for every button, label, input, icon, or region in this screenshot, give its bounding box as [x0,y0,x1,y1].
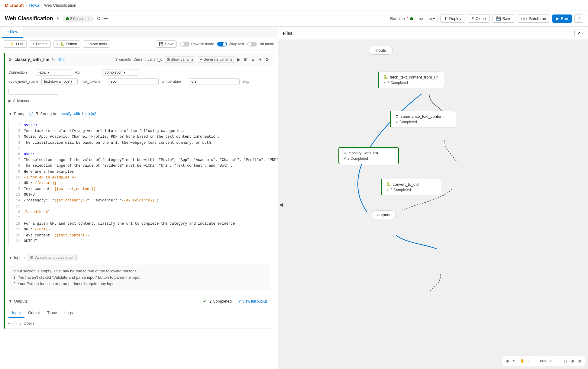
classify-check-icon: ✔ [343,156,346,161]
canvas-hand-button[interactable]: ✋ [519,358,526,364]
prompt-header: ▼ Prompt i Referring to: classify_with_l… [8,110,270,117]
classify-status: ✔ 2 Completed [343,156,394,161]
canvas-more-button[interactable]: ⊞ [577,358,582,364]
tab-trace[interactable]: Trace [44,308,61,318]
flows-link[interactable]: Flows [29,3,39,8]
flow-node-inputs[interactable]: inputs [369,46,393,55]
canvas-layout-button[interactable]: ⊟ [563,358,568,364]
node-expand-icon[interactable]: ⚙ [8,57,12,62]
tab-bar: * Flow [0,27,278,38]
move-up-button[interactable]: ▲ [250,56,256,63]
collapse-left-icon[interactable]: ◀ [279,202,283,207]
prompt-expand-button[interactable]: ▼ Prompt [8,110,27,117]
left-panel: * Flow + ⚡ LLM + Prompt + 🐍 Python + Mor… [0,27,278,369]
outputs-section-header: ▼ Outputs ✔ 2 Completed ⤢ View full outp… [5,294,274,308]
output-content: ► {} 0 items [5,318,274,329]
temperature-input[interactable] [189,78,240,85]
canvas-zoom-in-button[interactable]: + [553,358,557,364]
tab-input[interactable]: Input [8,308,24,318]
canvas-fit-button[interactable]: ⊞ [505,358,510,364]
convert-check-icon: ✔ [386,188,389,192]
wrap-text-toggle[interactable] [217,42,227,47]
microsoft-logo: Microsoft [5,3,24,8]
node-tag: llm [57,57,65,62]
add-python-button[interactable]: + 🐍 Python [53,40,80,48]
edit-icon[interactable]: ✎ [56,16,60,21]
add-llm-button[interactable]: + ⚡ LLM [4,40,27,48]
flow-node-summarize[interactable]: ⚙ summarize_text_content ✔ Completed [390,111,456,127]
advanced-expand-button[interactable]: ▶ Advanced [8,97,31,104]
canvas-content[interactable]: inputs 🐍 fetch_text_content_from_url ✔ 2… [278,40,588,369]
raw-file-toggle[interactable] [180,42,189,47]
menu-icon[interactable]: ☰ [104,16,108,21]
outputs-check-icon: ✔ [203,299,206,303]
delete-node-button[interactable]: 🗑 [243,56,249,63]
outputs-status-text: 2 Completed [209,299,232,303]
canvas-zoom-out-button[interactable]: − [531,358,536,364]
runtime-dropdown[interactable]: -runtime ▾ [415,15,438,22]
code-editor[interactable]: 1 system: 2 Your task is to classify a g… [8,120,270,247]
canvas-divider-2 [560,358,560,364]
clone-button[interactable]: ⎘ Clone [468,14,490,23]
max-tokens-input[interactable] [108,78,159,85]
flow-node-fetch-text[interactable]: 🐍 fetch_text_content_from_url ✔ 2 Comple… [378,72,444,88]
toolbar-save-button[interactable]: 💾 Save [156,40,176,48]
tab-flow[interactable]: * Flow [2,27,23,38]
outputs-header-inner: ▼ Outputs ✔ 2 Completed ⤢ View full outp… [8,297,270,305]
validate-input-button[interactable]: ⊞ Validate and parse input [27,254,77,261]
connection-label: Connection [8,70,33,75]
right-panel: Files ⤢ [278,27,588,369]
flow-node-outputs[interactable]: outputs [372,210,396,219]
runtime-selector: Runtime * -runtime ▾ [390,15,438,22]
batch-run-button[interactable]: ▷▷ Batch run [518,14,550,23]
prompt-file-link[interactable]: classify_with_llm.jinja2 [60,112,96,116]
deploy-button[interactable]: ⬆ Deploy [440,14,465,23]
referring-to-label: Referring to: [36,111,57,116]
inputs-expand-button[interactable]: ▼ Inputs [8,254,24,262]
deploy-icon: ⬆ [444,16,447,21]
flow-node-convert[interactable]: 🐍 convert_to_dict ✔ 2 Completed [381,179,441,195]
inputs-section: ▼ Inputs ⊞ Validate and parse input Inpu… [5,251,274,290]
run-node-button[interactable]: ▶ [236,56,241,63]
diff-mode-label: Diff mode [259,42,274,46]
show-variants-button[interactable]: ⊞ Show variants [165,56,195,63]
raw-file-toggle-group: Raw file mode [180,42,214,47]
outputs-expand-button[interactable]: ▼ Outputs [8,297,27,305]
expand-button[interactable]: ⤢ [574,14,583,23]
code-line-9: 9 Here are a few examples: [9,169,270,175]
inputs-label: Inputs [14,255,24,260]
api-select[interactable]: completion▾ [102,69,138,76]
code-line-17: 17 [9,215,270,221]
deployment-select[interactable]: text-davinci-003▾ [41,78,78,85]
edit-node-icon[interactable]: ✎ [52,57,55,62]
fetch-text-status: ✔ 2 Completed [383,81,440,85]
history-icon[interactable]: ↺ [97,16,101,21]
node-header: ⚙ classify_with_llm ✎ llm 3 variants Cur… [5,53,274,66]
tab-output[interactable]: Output [24,308,44,318]
diff-mode-toggle[interactable] [247,42,257,47]
prompt-section: ▼ Prompt i Referring to: classify_with_l… [5,107,274,249]
tab-logs[interactable]: Logs [61,308,76,318]
generate-variants-button[interactable]: ✦ Generate variants [198,56,234,63]
clone-icon: ⎘ [472,16,474,21]
prompt-info-icon[interactable]: i [29,112,33,116]
canvas-grid-button[interactable]: ⊞ [570,358,575,364]
view-full-output-button[interactable]: ⤢ View full output [235,298,270,305]
fetch-text-title: 🐍 fetch_text_content_from_url [383,75,440,79]
move-down-button[interactable]: ▼ [257,56,263,63]
more-tools-button[interactable]: + More tools [83,40,110,48]
wrap-text-label: Wrap text [229,42,244,46]
save-icon: 💾 [496,16,501,21]
zoom-caret: ▾ [550,359,551,363]
add-prompt-button[interactable]: + Prompt [29,40,51,48]
save-button[interactable]: 💾 Save [492,14,515,23]
summarize-status: ✔ Completed [395,120,452,124]
plus-prompt-icon: + [32,42,34,46]
stop-input[interactable] [8,88,59,95]
canvas-cursor-button[interactable]: ↖ [512,358,517,364]
flow-node-classify[interactable]: ⚙ classify_with_llm ✔ 2 Completed [338,147,399,164]
run-button[interactable]: ▶ Run [552,14,572,23]
connection-select[interactable]: -aoai▾ [36,69,72,76]
canvas-expand-button[interactable]: ⤢ [574,29,583,37]
more-options-button[interactable]: ⚙ [264,56,270,63]
